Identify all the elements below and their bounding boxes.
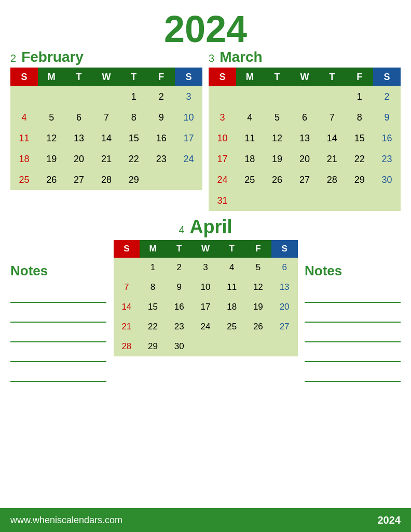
notes-left: Notes [10, 240, 106, 382]
table-row: 7 8 9 10 11 12 13 [114, 277, 298, 297]
table-cell: 2 [147, 86, 175, 107]
table-cell: 6 [291, 107, 319, 128]
table-cell [236, 190, 264, 211]
february-block: 2 February S M T W T F S [10, 49, 202, 211]
bottom-section: 4 April Notes S M T W [10, 216, 401, 382]
table-cell: 14 [318, 128, 346, 149]
table-cell [318, 190, 346, 211]
table-cell: 27 [271, 317, 298, 337]
table-cell: 16 [147, 128, 175, 149]
table-cell: 11 [218, 277, 245, 297]
feb-header-mon: M [38, 68, 65, 86]
feb-header-fri: F [147, 68, 175, 86]
march-block: 3 March S M T W T F S [209, 49, 401, 211]
table-cell: 14 [114, 297, 140, 317]
table-cell: 24 [193, 317, 219, 337]
table-cell: 6 [65, 107, 93, 128]
table-cell: 27 [291, 169, 319, 190]
mar-header-tue: T [264, 68, 291, 86]
mar-header-mon: M [236, 68, 264, 86]
table-cell: 6 [271, 258, 298, 277]
table-cell [346, 190, 373, 211]
table-cell: 13 [271, 277, 298, 297]
apr-header-tue: T [166, 240, 193, 258]
feb-header-sat: S [175, 68, 202, 86]
table-cell: 9 [373, 107, 401, 128]
year-title: 2024 [164, 10, 247, 48]
note-line [305, 303, 401, 323]
table-cell: 21 [114, 317, 140, 337]
table-cell [318, 86, 346, 107]
table-row: 31 [209, 190, 401, 211]
note-line [10, 323, 106, 342]
table-cell [193, 337, 219, 356]
table-cell: 7 [93, 107, 120, 128]
note-line [305, 342, 401, 362]
note-line [305, 323, 401, 342]
mar-header-sun: S [209, 68, 236, 86]
table-cell: 2 [166, 258, 193, 277]
table-row: 28 29 30 [114, 337, 298, 356]
table-cell: 26 [38, 169, 65, 190]
apr-header-thu: T [218, 240, 245, 258]
notes-right-label: Notes [305, 263, 401, 279]
table-cell: 22 [346, 149, 373, 169]
february-header: 2 February [10, 49, 84, 65]
footer-year: 2024 [378, 514, 401, 526]
table-cell: 21 [93, 149, 120, 169]
table-cell: 23 [147, 149, 175, 169]
table-cell: 11 [10, 128, 38, 149]
feb-header-tue: T [65, 68, 93, 86]
table-row: 4 5 6 7 8 9 10 [10, 107, 202, 128]
march-header: 3 March [209, 49, 263, 65]
table-cell: 8 [346, 107, 373, 128]
table-cell [65, 86, 93, 107]
table-cell: 12 [245, 277, 271, 297]
table-cell: 14 [93, 128, 120, 149]
table-cell: 1 [120, 86, 147, 107]
table-cell: 12 [264, 128, 291, 149]
table-cell: 29 [120, 169, 147, 190]
notes-left-label: Notes [10, 263, 106, 279]
february-number: 2 [10, 52, 16, 64]
table-cell [264, 86, 291, 107]
table-cell: 13 [65, 128, 93, 149]
table-cell: 22 [120, 149, 147, 169]
table-cell: 29 [140, 337, 166, 356]
table-row: 1 2 [209, 86, 401, 107]
apr-header-wed: W [193, 240, 219, 258]
table-cell: 13 [291, 128, 319, 149]
april-number: 4 [179, 224, 184, 236]
table-cell [218, 337, 245, 356]
table-row: 25 26 27 28 29 [10, 169, 202, 190]
note-line [305, 362, 401, 382]
table-cell: 9 [147, 107, 175, 128]
table-cell: 23 [166, 317, 193, 337]
table-row: 10 11 12 13 14 15 16 [209, 128, 401, 149]
table-cell: 1 [140, 258, 166, 277]
footer: www.wheniscalendars.com 2024 [0, 508, 411, 532]
table-cell: 28 [93, 169, 120, 190]
table-cell [93, 86, 120, 107]
table-cell: 5 [38, 107, 65, 128]
table-cell: 10 [209, 128, 236, 149]
table-cell: 10 [193, 277, 219, 297]
table-cell: 4 [218, 258, 245, 277]
table-cell: 16 [373, 128, 401, 149]
table-cell: 9 [166, 277, 193, 297]
table-cell [264, 190, 291, 211]
table-cell: 18 [236, 149, 264, 169]
top-calendars: 2 February S M T W T F S [10, 49, 401, 211]
table-cell [291, 86, 319, 107]
table-cell: 22 [140, 317, 166, 337]
table-cell [373, 190, 401, 211]
table-cell: 15 [346, 128, 373, 149]
february-name: February [21, 49, 84, 65]
table-cell: 4 [236, 107, 264, 128]
april-header: 4 April [179, 216, 232, 238]
table-cell [10, 86, 38, 107]
table-cell: 5 [264, 107, 291, 128]
mar-header-thu: T [318, 68, 346, 86]
page: 2024 2 February S M T W T F S [0, 0, 411, 532]
table-row: 17 18 19 20 21 22 23 [209, 149, 401, 169]
